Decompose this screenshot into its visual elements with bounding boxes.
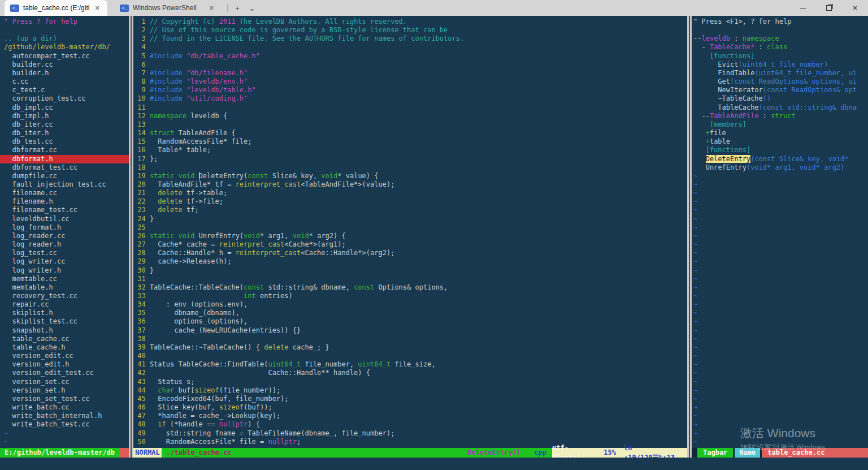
tree-item[interactable]: version_edit_test.cc: [4, 369, 129, 377]
code-line[interactable]: 42 Cache::Handle** handle) {: [133, 369, 687, 377]
close-button[interactable]: ✕: [842, 0, 868, 16]
tag-item[interactable]: [693, 26, 868, 35]
tab-dropdown-button[interactable]: ⌄: [245, 0, 259, 16]
code-line[interactable]: 32TableCache::TableCache(const std::stri…: [133, 283, 687, 292]
tree-item[interactable]: /github/leveldb-master/db/: [4, 43, 129, 51]
code-line[interactable]: 17};: [133, 155, 687, 163]
tag-item[interactable]: FindTable(uint64_t file_number, ui: [693, 69, 868, 77]
tag-item[interactable]: [members]: [693, 120, 868, 129]
tree-item[interactable]: c.cc: [4, 77, 129, 86]
code-line[interactable]: 21 delete tf->table;: [133, 189, 687, 197]
tag-item[interactable]: DeleteEntry(const Slice& key, void*: [693, 155, 868, 163]
code-line[interactable]: 31: [133, 275, 687, 283]
tree-item[interactable]: filename.cc: [4, 189, 129, 197]
code-line[interactable]: 19static void DeleteEntry(const Slice& k…: [133, 172, 687, 180]
tree-item[interactable]: builder.cc: [4, 61, 129, 69]
code-line[interactable]: 47 *handle = cache_->Lookup(key);: [133, 412, 687, 420]
tree-item[interactable]: skiplist_test.cc: [4, 317, 129, 326]
tag-item[interactable]: " Press <F1>, ? for help: [693, 18, 868, 26]
tree-item[interactable]: db_impl.h: [4, 112, 129, 120]
tree-item[interactable]: repair.cc: [4, 300, 129, 309]
code-line[interactable]: 18: [133, 163, 687, 172]
tree-item[interactable]: recovery_test.cc: [4, 292, 129, 300]
code-line[interactable]: 37 cache_(NewLRUCache(entries)) {}: [133, 326, 687, 335]
code-line[interactable]: 43 Status s;: [133, 378, 687, 386]
code-line[interactable]: 28 Cache::Handle* h = reinterpret_cast<C…: [133, 249, 687, 257]
code-line[interactable]: 16 Table* table;: [133, 146, 687, 154]
code-line[interactable]: 4: [133, 43, 687, 51]
code-line[interactable]: 23 delete tf;: [133, 206, 687, 214]
tag-item[interactable]: --leveldb : namespace: [693, 35, 868, 43]
tree-item[interactable]: fault_injection_test.cc: [4, 180, 129, 189]
tree-item[interactable]: dbformat.h: [0, 155, 129, 163]
tree-item[interactable]: dumpfile.cc: [4, 172, 129, 180]
tree-item[interactable]: write_batch_internal.h: [4, 412, 129, 420]
tag-item[interactable]: NewIterator(const ReadOptions& opt: [693, 86, 868, 94]
tree-item[interactable]: skiplist.h: [4, 309, 129, 317]
code-line[interactable]: 6: [133, 61, 687, 69]
code-line[interactable]: 36 options_(options),: [133, 317, 687, 326]
code-line[interactable]: 26static void UnrefEntry(void* arg1, voi…: [133, 232, 687, 240]
nerdtree-pane[interactable]: " Press ? for help.. (up a dir)/github/l…: [0, 16, 129, 448]
code-line[interactable]: 13: [133, 120, 687, 129]
code-line[interactable]: 44 char buf[sizeof(file_number)];: [133, 386, 687, 395]
tab-table-cache[interactable]: >_ table_cache.cc (E:/github/leveld ✕: [5, 0, 107, 16]
tree-item[interactable]: dbformat_test.cc: [4, 163, 129, 172]
tree-item[interactable]: corruption_test.cc: [4, 94, 129, 103]
tree-item[interactable]: db_test.cc: [4, 137, 129, 146]
tag-item[interactable]: ~TableCache(): [693, 94, 868, 103]
tree-item[interactable]: version_set_test.cc: [4, 395, 129, 403]
code-line[interactable]: 20 TableAndFile* tf = reinterpret_cast<T…: [133, 180, 687, 189]
tree-item[interactable]: log_writer.h: [4, 266, 129, 275]
code-line[interactable]: 29 cache->Release(h);: [133, 257, 687, 266]
tree-item[interactable]: version_set.cc: [4, 378, 129, 386]
code-line[interactable]: 5#include "db/table_cache.h": [133, 52, 687, 61]
code-pane[interactable]: 1// Copyright (c) 2011 The LevelDB Autho…: [133, 16, 687, 448]
code-line[interactable]: 22 delete tf->file;: [133, 197, 687, 206]
tree-item[interactable]: table_cache.cc: [4, 335, 129, 343]
tree-item[interactable]: c_test.c: [4, 86, 129, 94]
tag-item[interactable]: Evict(uint64_t file_number): [693, 61, 868, 69]
code-line[interactable]: 12namespace leveldb {: [133, 112, 687, 120]
tree-item[interactable]: dbformat.cc: [4, 146, 129, 154]
tree-item[interactable]: write_batch.cc: [4, 403, 129, 412]
tag-item[interactable]: Get(const ReadOptions& options, ui: [693, 77, 868, 86]
tree-item[interactable]: log_test.cc: [4, 249, 129, 257]
code-line[interactable]: 7#include "db/filename.h": [133, 69, 687, 77]
new-tab-button[interactable]: +: [230, 0, 245, 16]
tree-item[interactable]: log_reader.cc: [4, 232, 129, 240]
title-bar[interactable]: >_ table_cache.cc (E:/github/leveld ✕ >_…: [0, 0, 868, 16]
tab-close-icon[interactable]: ✕: [93, 5, 102, 12]
tree-item[interactable]: autocompact_test.cc: [4, 52, 129, 61]
tree-item[interactable]: version_set.h: [4, 386, 129, 395]
tree-item[interactable]: log_writer.cc: [4, 257, 129, 266]
tree-item[interactable]: filename.h: [4, 197, 129, 206]
code-line[interactable]: 40: [133, 352, 687, 360]
tree-item[interactable]: write_batch_test.cc: [4, 420, 129, 429]
code-line[interactable]: 38: [133, 335, 687, 343]
tree-item[interactable]: [4, 26, 129, 35]
pane-separator[interactable]: [129, 16, 133, 458]
tag-item[interactable]: UnrefEntry(void* arg1, void* arg2): [693, 163, 868, 172]
tagbar-pane[interactable]: " Press <F1>, ? for help--leveldb : name…: [692, 16, 868, 448]
code-line[interactable]: 46 Slice key(buf, sizeof(buf));: [133, 403, 687, 412]
code-line[interactable]: 2// Use of this source code is governed …: [133, 26, 687, 35]
tree-item[interactable]: memtable.h: [4, 283, 129, 292]
tree-item[interactable]: .. (up a dir): [4, 35, 129, 43]
code-line[interactable]: 10#include "util/coding.h": [133, 94, 687, 103]
tree-item[interactable]: version_edit.cc: [4, 352, 129, 360]
tab-close-icon[interactable]: ✕: [207, 5, 216, 12]
code-line[interactable]: 8#include "leveldb/env.h": [133, 77, 687, 86]
minimize-button[interactable]: [790, 0, 816, 16]
code-line[interactable]: 35 dbname_(dbname),: [133, 309, 687, 317]
code-line[interactable]: 49 std::string fname = TableFileName(dbn…: [133, 429, 687, 438]
maximize-button[interactable]: [816, 0, 842, 16]
tag-item[interactable]: +file: [693, 129, 868, 137]
tag-item[interactable]: TableCache(const std::string& dbna: [693, 104, 868, 112]
pane-separator[interactable]: [687, 16, 692, 458]
code-line[interactable]: 25: [133, 223, 687, 232]
command-line[interactable]: [0, 458, 868, 470]
tree-item[interactable]: memtable.cc: [4, 275, 129, 283]
tree-item[interactable]: log_reader.h: [4, 240, 129, 249]
code-line[interactable]: 33 int entries): [133, 292, 687, 300]
